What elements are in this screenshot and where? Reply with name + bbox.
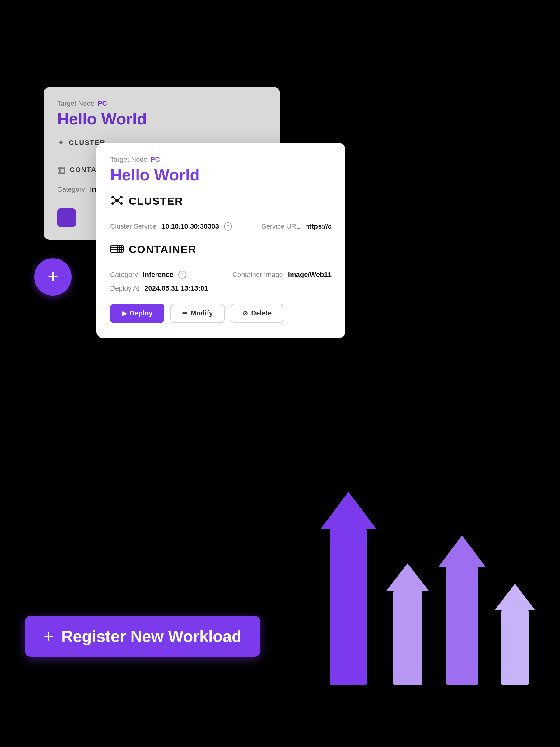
register-label: Register New Workload xyxy=(61,627,242,646)
deploy-at-row: Deploy At 2024.05.31 13:13:01 xyxy=(110,284,332,292)
arrow-medium xyxy=(439,536,485,685)
front-workload-title: Hello World xyxy=(110,165,332,184)
container-section-header: CONTAINER xyxy=(110,242,332,257)
cluster-section-header: CLUSTER xyxy=(110,194,332,208)
container-image-label: Container Image xyxy=(232,271,283,279)
cluster-service-row: Cluster Service 10.10.10.30:30303 ? Serv… xyxy=(110,223,332,231)
modify-edit-icon: ✏ xyxy=(182,310,187,317)
svg-line-8 xyxy=(117,200,121,204)
arrow-short xyxy=(495,584,535,685)
bg-cluster-icon: ✦ xyxy=(57,137,65,148)
cluster-service-value: 10.10.10.30:30303 xyxy=(161,223,219,231)
arrow-tall xyxy=(321,492,377,685)
cluster-icon xyxy=(110,194,124,208)
cluster-service-label: Cluster Service xyxy=(110,223,156,231)
cluster-service-info-icon[interactable]: ? xyxy=(224,223,232,231)
delete-cancel-icon: ⊘ xyxy=(243,310,248,317)
modify-label: Modify xyxy=(191,309,213,317)
container-section-title: CONTAINER xyxy=(129,243,197,255)
arrow-medium-left xyxy=(386,563,429,685)
deploy-play-icon: ▶ xyxy=(122,310,127,317)
front-card: Target Node PC Hello World CLUSTER Clust… xyxy=(97,143,345,338)
bg-workload-title: Hello World xyxy=(57,109,266,128)
container-icon xyxy=(110,242,124,257)
modify-button[interactable]: ✏ Modify xyxy=(171,304,225,323)
category-row: Category Inference ? Container Image Ima… xyxy=(110,271,332,279)
cluster-section-title: CLUSTER xyxy=(129,195,183,207)
svg-line-5 xyxy=(112,197,117,200)
service-url-label: Service URL xyxy=(262,223,300,231)
bg-target-node-value: PC xyxy=(98,100,107,108)
svg-line-7 xyxy=(112,200,117,204)
register-new-workload-button[interactable]: + Register New Workload xyxy=(25,616,260,657)
delete-label: Delete xyxy=(251,309,272,317)
front-target-node-value: PC xyxy=(151,156,160,164)
front-target-node-row: Target Node PC xyxy=(110,156,332,164)
plus-button[interactable]: + xyxy=(34,258,72,295)
category-label: Category xyxy=(110,271,138,279)
deploy-at-value: 2024.05.31 13:13:01 xyxy=(144,284,208,292)
deploy-button[interactable]: ▶ Deploy xyxy=(110,304,164,323)
container-divider xyxy=(110,263,332,263)
bg-container-icon: ▦ xyxy=(57,164,65,175)
delete-button[interactable]: ⊘ Delete xyxy=(231,304,283,323)
bg-category-label: Category xyxy=(57,185,85,194)
bg-target-node-row: Target Node PC xyxy=(57,100,266,108)
category-value: Inference xyxy=(143,271,173,279)
front-target-node-label: Target Node xyxy=(110,156,148,164)
register-plus-icon: + xyxy=(44,627,54,645)
svg-line-6 xyxy=(117,197,121,200)
deploy-label: Deploy xyxy=(130,309,152,317)
deploy-at-label: Deploy At xyxy=(110,284,139,292)
category-info-icon[interactable]: ? xyxy=(178,271,186,279)
container-image-value: Image/Web11 xyxy=(288,271,332,279)
action-buttons: ▶ Deploy ✏ Modify ⊘ Delete xyxy=(110,304,332,323)
arrows-decoration xyxy=(321,492,535,685)
service-url-value: https://c xyxy=(305,223,332,231)
plus-icon: + xyxy=(47,267,58,286)
cluster-divider xyxy=(110,215,332,215)
bg-target-node-label: Target Node xyxy=(57,100,95,108)
